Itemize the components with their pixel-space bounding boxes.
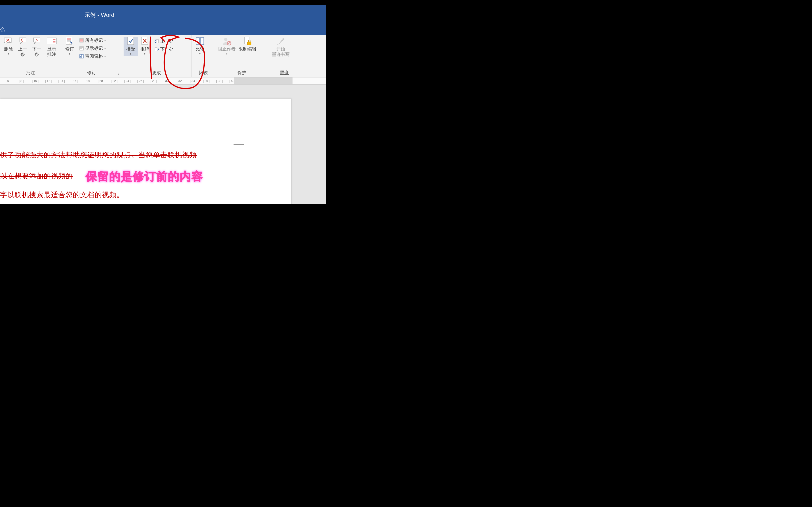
ruler-tick: 8 <box>17 79 31 82</box>
reviewing-pane-dropdown[interactable]: 审阅窗格 ▾ <box>78 53 107 60</box>
prev-change-icon <box>154 39 159 44</box>
dropdown-arrow-icon: ▾ <box>104 47 106 50</box>
doc-line-1[interactable]: 供了功能强大的方法帮助您证明您的观点。当您单击联机视频 <box>0 148 235 162</box>
group-compare-label: 比较 <box>193 68 213 77</box>
reject-button[interactable]: 拒绝 ▾ <box>138 37 152 56</box>
svg-rect-11 <box>128 37 134 45</box>
ruler-tick: 18 <box>83 79 96 82</box>
block-authors-icon <box>221 37 232 46</box>
ruler-tick: 36 <box>202 79 215 82</box>
svg-rect-0 <box>47 38 56 44</box>
next-comment-icon <box>32 37 42 46</box>
ruler-tick: 30 <box>162 79 175 82</box>
app-window: 示例 - Word 么 删除 ▾ 上一条 <box>0 5 326 204</box>
group-compare: 比较 ▾ 比较 <box>192 35 215 77</box>
restrict-editing-button[interactable]: 限制编辑 <box>237 37 258 52</box>
group-ink-label: 墨迹 <box>270 68 298 77</box>
group-protect-label: 保护 <box>216 68 267 77</box>
window-title: 示例 - Word <box>85 11 114 19</box>
group-changes: 接受 ▾ 拒绝 ▾ 上一处 <box>122 35 192 77</box>
ruler-margin-shade <box>234 77 293 84</box>
reject-icon <box>140 37 150 46</box>
compare-button[interactable]: 比较 ▾ <box>193 37 207 56</box>
track-changes-icon <box>64 37 75 46</box>
group-comments: 删除 ▾ 上一条 下一条 <box>0 35 61 77</box>
ruler-tick: 10 <box>31 79 44 82</box>
svg-point-17 <box>224 38 227 41</box>
show-markup-icon <box>79 46 84 51</box>
group-ink: 开始 墨迹书写 墨迹 <box>269 35 300 77</box>
svg-rect-2 <box>53 41 55 43</box>
video-caption-overlay: 保留的是修订前的内容 <box>86 169 203 184</box>
group-comments-label: 批注 <box>1 68 59 77</box>
svg-rect-16 <box>200 38 204 45</box>
svg-rect-1 <box>53 39 55 40</box>
accept-icon <box>125 37 136 46</box>
ink-icon <box>275 37 286 46</box>
show-comments-button[interactable]: 显示批注 <box>44 37 59 58</box>
start-inking-button: 开始 墨迹书写 <box>270 37 291 58</box>
next-change-icon <box>154 47 159 52</box>
show-comments-icon <box>47 37 57 46</box>
ruler-tick: 14 <box>57 79 70 82</box>
ruler-tick: 26 <box>136 79 149 82</box>
page[interactable]: 供了功能强大的方法帮助您证明您的观点。当您单击联机视频 以在想要添加的视频的 字… <box>0 99 291 204</box>
ribbon-tab-partial[interactable]: 么 <box>0 26 5 33</box>
show-markup-dropdown[interactable]: 显示标记 ▾ <box>78 45 107 52</box>
group-protect: 阻止作者 ▾ 限制编辑 保护 <box>215 35 269 77</box>
ruler-tick: 38 <box>215 79 228 82</box>
group-changes-label: 更改 <box>123 68 190 77</box>
group-tracking-label: 修订 <box>62 68 120 77</box>
track-changes-button[interactable]: 修订 ▾ <box>62 37 77 56</box>
doc-line-3[interactable]: 字以联机搜索最适合您的文档的视频。 <box>0 188 235 202</box>
ruler-tick: 32 <box>175 79 189 82</box>
next-comment-button[interactable]: 下一条 <box>30 37 44 58</box>
ruler-tick: 22 <box>109 79 123 82</box>
dropdown-arrow-icon: ▾ <box>104 39 106 42</box>
restrict-editing-icon <box>242 37 253 46</box>
delete-comment-button[interactable]: 删除 ▾ <box>1 37 15 56</box>
margin-corner-mark <box>234 134 244 145</box>
group-tracking: 修订 ▾ 所有标记 ▾ 显示标记 <box>61 35 122 77</box>
dropdown-arrow-icon: ▾ <box>104 55 106 58</box>
prev-comment-button[interactable]: 上一条 <box>15 37 30 58</box>
ruler-tick: 24 <box>123 79 136 82</box>
delete-comment-icon <box>3 37 14 46</box>
ruler-tick: 16 <box>70 79 83 82</box>
horizontal-ruler[interactable]: 6810121416182022242628303234363840424446… <box>0 77 326 84</box>
prev-comment-icon <box>17 37 28 46</box>
display-for-review-dropdown[interactable]: 所有标记 ▾ <box>78 37 107 44</box>
svg-rect-14 <box>155 48 157 51</box>
ruler-tick: 34 <box>189 79 202 82</box>
ruler-tick: 12 <box>44 79 57 82</box>
prev-change-button[interactable]: 上一处 <box>153 38 175 45</box>
svg-rect-3 <box>66 37 72 45</box>
svg-rect-13 <box>156 40 159 43</box>
svg-rect-20 <box>247 42 251 45</box>
svg-rect-15 <box>196 38 199 45</box>
ruler-tick: 20 <box>96 79 109 82</box>
reviewing-pane-icon <box>79 54 84 59</box>
ruler-tick: 28 <box>149 79 162 82</box>
ruler-tick: 6 <box>4 79 17 82</box>
document-area[interactable]: 供了功能强大的方法帮助您证明您的观点。当您单击联机视频 以在想要添加的视频的 字… <box>0 84 326 204</box>
markup-icon <box>79 38 84 43</box>
ribbon: 删除 ▾ 上一条 下一条 <box>0 35 326 77</box>
block-authors-button: 阻止作者 ▾ <box>216 37 237 56</box>
next-change-button[interactable]: 下一处 <box>153 46 175 53</box>
tracking-dialog-launcher[interactable]: ↘ <box>117 72 121 76</box>
compare-icon <box>195 37 205 46</box>
accept-button[interactable]: 接受 ▾ <box>123 37 138 56</box>
title-bar: 示例 - Word 么 <box>0 5 326 35</box>
